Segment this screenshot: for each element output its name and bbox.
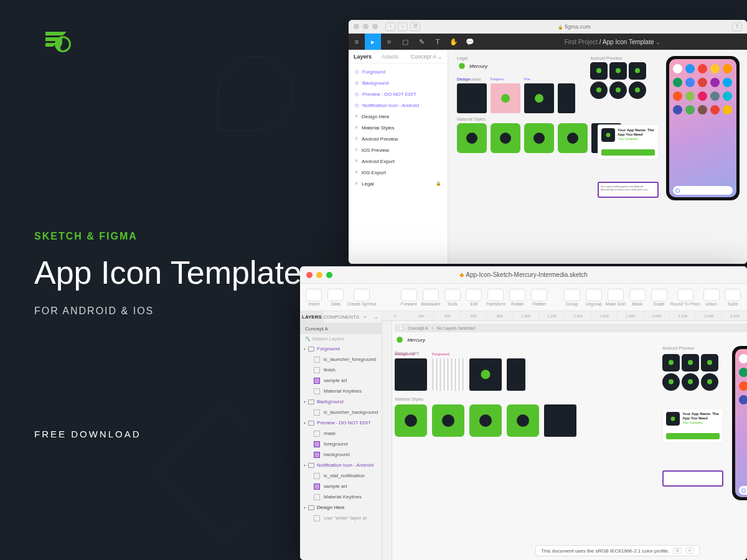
material-style[interactable]: [544, 404, 576, 437]
app-icon[interactable]: [673, 78, 682, 87]
layer-background[interactable]: Background: [300, 396, 382, 407]
comment-tool-icon[interactable]: 💬: [462, 34, 478, 50]
round-tool[interactable]: Round To Pixel: [670, 289, 700, 306]
make-grid-tool[interactable]: Make Grid: [605, 289, 626, 306]
layer-android-export[interactable]: Android Export: [349, 156, 448, 167]
create-symbol-tool[interactable]: Create Symbol: [347, 289, 377, 306]
traffic-zoom-icon[interactable]: [326, 272, 332, 278]
app-icon[interactable]: [685, 91, 695, 101]
play-store-card[interactable]: Your App Name: The App You Need Your Com…: [598, 124, 659, 159]
app-icon[interactable]: [723, 105, 732, 114]
notification-card[interactable]: Your app is looking great now. Android d…: [598, 182, 659, 198]
share-icon[interactable]: ⇪: [732, 22, 742, 31]
tools-tool[interactable]: Tools: [442, 289, 463, 306]
ungroup-tool[interactable]: Ungroup: [583, 289, 604, 306]
artboard-forground[interactable]: Forgrou...: [491, 83, 520, 113]
app-icon[interactable]: [723, 91, 732, 101]
menu-icon[interactable]: ≡: [349, 34, 365, 50]
launcher-icon[interactable]: [682, 354, 699, 371]
sidebar-toggle-icon[interactable]: ☰: [410, 22, 420, 31]
app-icon[interactable]: [673, 105, 682, 114]
close-icon[interactable]: ✕: [685, 548, 694, 554]
launcher-icon[interactable]: [662, 354, 680, 371]
traffic-minimize-icon[interactable]: [363, 24, 369, 29]
rotate-tool[interactable]: Rotate: [507, 289, 528, 306]
launcher-icon[interactable]: [609, 62, 627, 80]
scale-tool[interactable]: Scale: [649, 289, 669, 306]
app-icon[interactable]: [685, 78, 695, 87]
layer-legal[interactable]: Legal🔒: [349, 178, 448, 189]
layer-use-white[interactable]: Use "white" layer st: [300, 513, 382, 523]
launcher-icon[interactable]: [590, 62, 608, 80]
layer-notification[interactable]: Notification Icon - Android: [349, 100, 448, 111]
forward-tool[interactable]: Forward: [398, 289, 419, 306]
mask-tool[interactable]: Mask: [627, 289, 647, 306]
notification-card[interactable]: [662, 470, 723, 487]
edit-tool[interactable]: Edit: [464, 289, 484, 306]
launcher-icon[interactable]: [662, 373, 680, 391]
material-style-3[interactable]: [524, 123, 554, 153]
layer-ic-stat[interactable]: ic_stat_notification: [300, 470, 382, 481]
app-icon[interactable]: [739, 395, 747, 404]
launcher-icon[interactable]: [629, 62, 646, 80]
layer-android-preview[interactable]: Android Preview: [349, 133, 448, 144]
material-style-4[interactable]: [558, 123, 588, 153]
app-icon[interactable]: [710, 78, 720, 87]
app-icon[interactable]: [673, 91, 682, 101]
page-name[interactable]: Concept A: [300, 324, 382, 334]
layer-material-styles[interactable]: Material Styles: [349, 122, 448, 133]
layer-forground[interactable]: Forground: [349, 66, 448, 77]
layer-ic-bg[interactable]: ic_launcher_background: [300, 407, 382, 418]
app-icon[interactable]: [685, 105, 695, 114]
figma-breadcrumb[interactable]: First Project / App Icon Template ⌄: [478, 39, 747, 45]
frame-tool-icon[interactable]: ⌗: [381, 34, 397, 50]
app-icon[interactable]: [673, 64, 682, 73]
launcher-icon[interactable]: [682, 373, 699, 391]
figma-canvas[interactable]: Legal Mercury Design Here Backgro... For…: [448, 50, 747, 264]
gear-icon[interactable]: ⚙: [673, 548, 682, 554]
layer-ios-export[interactable]: iOS Export: [349, 167, 448, 178]
layer-finish[interactable]: finish: [300, 365, 382, 375]
app-icon[interactable]: [710, 64, 720, 73]
app-icon[interactable]: [698, 64, 707, 73]
material-style[interactable]: [507, 404, 539, 437]
layer-design-here[interactable]: Design Here: [349, 111, 448, 122]
union-tool[interactable]: Union: [701, 289, 721, 306]
tab-layers[interactable]: LAYERS: [300, 311, 324, 323]
app-icon[interactable]: [698, 91, 707, 101]
layer-foreground[interactable]: foreground: [300, 439, 382, 449]
layer-preview[interactable]: Preview - DO NOT EDIT: [300, 418, 382, 428]
google-search-pill[interactable]: [739, 486, 747, 495]
group-tool[interactable]: Group: [561, 289, 582, 306]
app-icon[interactable]: [698, 78, 707, 87]
artboard-background[interactable]: Backgro...: [457, 83, 487, 113]
layer-sample-art[interactable]: sample art: [300, 375, 382, 386]
launcher-icon[interactable]: [701, 373, 718, 391]
layer-background-leaf[interactable]: background: [300, 449, 382, 460]
layer-forground[interactable]: Forground: [300, 343, 382, 354]
app-icon[interactable]: [723, 78, 732, 87]
app-icon[interactable]: [739, 368, 747, 377]
transform-tool[interactable]: Transform: [486, 289, 506, 306]
artboard-preview[interactable]: Pre...: [524, 83, 554, 113]
app-icon[interactable]: [710, 105, 720, 114]
layer-design-here[interactable]: Design Here: [300, 502, 382, 513]
play-store-card[interactable]: Your App Name: The App You Need Your Com…: [662, 408, 723, 443]
traffic-close-icon[interactable]: [306, 272, 312, 278]
search-layers-input[interactable]: Search Layers: [300, 334, 382, 343]
material-style[interactable]: [469, 404, 502, 437]
tab-components[interactable]: COMPONENTS: [324, 311, 359, 323]
install-button[interactable]: [601, 149, 655, 156]
traffic-zoom-icon[interactable]: [372, 24, 378, 29]
hand-tool-icon[interactable]: ✋: [446, 34, 462, 50]
filter-icon[interactable]: ⌄: [370, 311, 382, 323]
layer-ic-fg[interactable]: ic_launcher_foreground: [300, 354, 382, 365]
layer-notification[interactable]: Notification Icon - Android: [300, 460, 382, 470]
data-tool[interactable]: Data: [326, 289, 346, 306]
material-style[interactable]: [432, 404, 464, 437]
move-tool-icon[interactable]: ▸: [365, 34, 381, 50]
app-icon[interactable]: [739, 381, 747, 391]
launcher-icon[interactable]: [701, 354, 718, 371]
artboard-forground[interactable]: Forground: [432, 358, 464, 391]
material-style-2[interactable]: [491, 123, 520, 153]
